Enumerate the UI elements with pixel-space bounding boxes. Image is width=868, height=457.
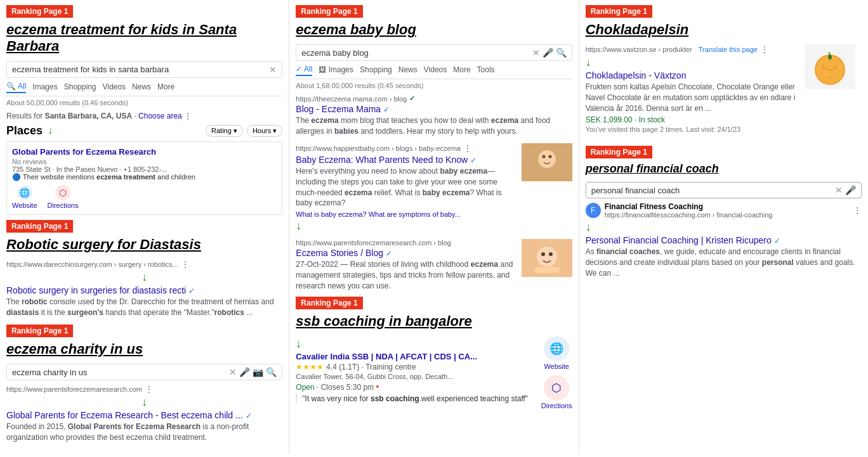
organic-title-chokladapelsin[interactable]: Chokladapelsin - Växtzon (586, 70, 798, 80)
tab-shopping-1[interactable]: Shopping (64, 82, 96, 93)
organic-title-financial[interactable]: Personal Financial Coaching | Kristen Ri… (586, 235, 862, 245)
directions-btn-ssb[interactable]: ⬡ Directions (541, 375, 572, 409)
organic-title-happiest-baby[interactable]: Baby Eczema: What Parents Need to Know ✓ (296, 155, 516, 165)
menu-dots-robotic[interactable]: ⋮ (181, 259, 190, 269)
organic-result-happiest-baby: https://www.happiestbaby.com › blogs › b… (296, 143, 572, 234)
result-count-1: About 50,00,000 results (0.46 seconds) (6, 99, 282, 106)
place-name-1[interactable]: Global Parents for Eczema Research (12, 147, 277, 157)
organic-desc-eczema-mama: The eczema mom blog that teaches you how… (296, 115, 572, 137)
search-bar-1[interactable]: ✕ (6, 61, 282, 78)
organic-title-robotic[interactable]: Robotic surgery in surgeries for diastas… (6, 285, 282, 295)
organic-title-charity[interactable]: Global Parents for Eczema Research - Bes… (6, 410, 282, 420)
organic-desc-robotic: The robotic console used by the Dr. Dare… (6, 297, 282, 318)
svg-point-14 (822, 66, 825, 68)
place-mention-1: 🔵 Their website mentions eczema treatmen… (12, 173, 277, 181)
ssb-actions: 🌐 Website ⬡ Directions (541, 336, 572, 409)
organic-url-happiest-baby: https://www.happiestbaby.com › blogs › b… (296, 143, 516, 153)
organic-title-eczema-stories[interactable]: Eczema Stories / Blog ✓ (296, 248, 516, 258)
hours-btn[interactable]: Hours ▾ (247, 125, 282, 137)
rating-text-ssb: 4.4 (1.1T) · Training centre (326, 363, 416, 371)
open-status-ssb: Open (296, 383, 314, 392)
mic-icon-2[interactable]: 🎤 (239, 367, 250, 377)
rating-btn[interactable]: Rating ▾ (206, 125, 243, 137)
close-icon-col2[interactable]: ✕ (532, 48, 540, 58)
menu-dots-chokladapelsin[interactable]: ⋮ (760, 44, 769, 55)
tab-images-1[interactable]: Images (32, 82, 57, 93)
directions-icon-ssb: ⬡ (544, 375, 569, 401)
sublink-symptoms[interactable]: What are symptoms of baby... (369, 210, 461, 218)
globe-icon-ssb: 🌐 (544, 336, 569, 361)
search-input-col3[interactable] (591, 186, 832, 195)
search-input-col2[interactable] (301, 48, 529, 58)
tab-more-col2[interactable]: More (453, 65, 470, 76)
translate-link-chokladapelsin[interactable]: Translate this page (699, 46, 758, 53)
search-input-1[interactable] (12, 65, 266, 74)
org-url-financial: https://financialfitesscoaching.com › fi… (605, 211, 773, 219)
green-arrow-financial: ↓ (586, 221, 862, 234)
search-icon-2[interactable]: 🔍 (266, 367, 277, 377)
choose-area-link[interactable]: Choose area (138, 112, 182, 120)
camera-icon-2[interactable]: 📷 (253, 367, 263, 377)
tabs-row-col2: ✓ All 🖼 Images Shopping News Videos More… (296, 65, 572, 79)
image-thumb-eczema-stories (522, 239, 572, 277)
close-icon-col3[interactable]: ✕ (835, 185, 843, 195)
mic-icon-col2[interactable]: 🎤 (542, 48, 553, 58)
ranking-badge-1: Ranking Page 1 (6, 5, 73, 18)
ssb-place-card: ↓ Cavalier India SSB | NDA | AFCAT | CDS… (296, 336, 572, 409)
website-btn-1[interactable]: 🌐 Website (12, 185, 37, 209)
ranking-section-1: Ranking Page 1 eczema treatment for kids… (6, 5, 282, 55)
visited-chokladapelsin: You've visited this page 2 times. Last v… (586, 126, 798, 133)
organic-desc-chokladapelsin: Frukten som kallas Apelsin Chocolate, Ch… (586, 82, 798, 113)
search-bar-col2[interactable]: ✕ 🎤 🔍 (296, 44, 572, 61)
search-bar-2[interactable]: ✕ 🎤 📷 🔍 (6, 364, 282, 380)
tab-shopping-col2[interactable]: Shopping (360, 65, 392, 76)
tab-news-1[interactable]: News (132, 82, 151, 93)
organic-result-eczema-stories: https://www.parentsforeczemaresearch.com… (296, 239, 572, 291)
org-header-financial: F Financial Fitness Coaching https://fin… (586, 202, 862, 219)
menu-dots-1[interactable]: ⋮ (184, 112, 192, 120)
svg-point-11 (816, 56, 844, 84)
ssb-name[interactable]: Cavalier India SSB | NDA | AFCAT | CDS |… (296, 352, 477, 361)
ssb-rating-row: ★★★★ 4.4 (1.1T) · Training centre (296, 363, 530, 371)
dot-ssb: • (376, 382, 379, 392)
org-info-financial: Financial Fitness Coaching https://finan… (605, 202, 773, 219)
organic-url-ssb: Cavalier India SSB | NDA | AFCAT | CDS |… (296, 352, 530, 361)
mic-icon-col3[interactable]: 🎤 (845, 185, 856, 195)
organic-url-chokladapelsin: https://www.vaxtzon.se › produkter Trans… (586, 44, 798, 55)
tab-all-col2[interactable]: ✓ All (296, 65, 312, 76)
svg-point-6 (541, 252, 545, 256)
tab-news-col2[interactable]: News (398, 65, 418, 76)
query-title-col2-2: ssb coaching in bangalore (296, 313, 572, 330)
menu-dots-charity[interactable]: ⋮ (145, 384, 154, 394)
places-arrow-icon: ↓ (48, 125, 53, 136)
organic-title-eczema-mama[interactable]: Blog - Eczema Mama ✓ (296, 104, 572, 114)
results-for-1: Results for Santa Barbara, CA, USA · Cho… (6, 112, 282, 120)
tab-more-1[interactable]: More (157, 82, 174, 93)
close-icon-2[interactable]: ✕ (229, 367, 237, 377)
hours-text-ssb: · Closes 5:30 pm (317, 383, 374, 392)
sub-links-happiest-baby: What is baby eczema? What are symptoms o… (296, 210, 516, 218)
query-title-col3-1: Chokladapelsin (586, 22, 862, 38)
menu-dots-financial[interactable]: ⋮ (853, 205, 862, 216)
directions-label-ssb: Directions (541, 402, 572, 409)
menu-dots-happiest-baby[interactable]: ⋮ (463, 143, 472, 153)
tab-videos-1[interactable]: Videos (102, 82, 125, 93)
search-bar-col3[interactable]: ✕ 🎤 (586, 182, 862, 198)
tab-videos-col2[interactable]: Videos (424, 65, 447, 76)
image-thumb-baby-eczema (522, 143, 572, 181)
tab-images-col2[interactable]: 🖼 Images (319, 65, 353, 76)
website-btn-ssb[interactable]: 🌐 Website (544, 336, 569, 370)
close-icon-1[interactable]: ✕ (269, 65, 277, 75)
organic-url-eczema-mama: https://theeczema mama.com › blog ✓ (296, 94, 572, 103)
favicon-financial: F (586, 203, 601, 218)
product-image-chokladapelsin (805, 44, 855, 89)
search-icon-col2[interactable]: 🔍 (556, 48, 567, 58)
search-input-2[interactable] (12, 368, 227, 377)
organic-result-financial: F Financial Fitness Coaching https://fin… (586, 202, 862, 278)
tab-tools-col2[interactable]: Tools (477, 65, 495, 76)
tab-all-1[interactable]: 🔍 All (6, 82, 26, 93)
svg-point-12 (828, 55, 832, 60)
organic-result-eczema-mama: https://theeczema mama.com › blog ✓ Blog… (296, 94, 572, 137)
directions-btn-1[interactable]: ⬡ Directions (48, 185, 79, 209)
sublink-what-is[interactable]: What is baby eczema? (296, 210, 366, 218)
